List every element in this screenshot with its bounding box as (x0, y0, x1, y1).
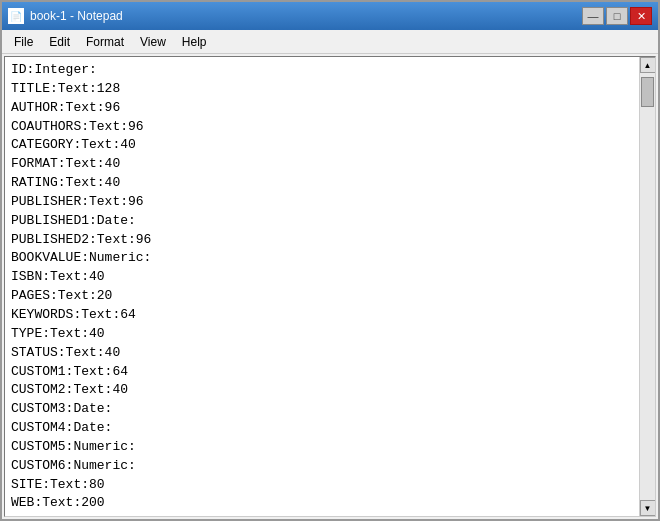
menu-help[interactable]: Help (174, 33, 215, 51)
menu-file[interactable]: File (6, 33, 41, 51)
title-bar-left: 📄 book-1 - Notepad (8, 8, 123, 24)
minimize-button[interactable]: — (582, 7, 604, 25)
scroll-track[interactable] (640, 73, 655, 500)
text-editor[interactable]: ID:Integer: TITLE:Text:128 AUTHOR:Text:9… (5, 57, 639, 516)
menu-edit[interactable]: Edit (41, 33, 78, 51)
app-icon: 📄 (8, 8, 24, 24)
close-button[interactable]: ✕ (630, 7, 652, 25)
menu-view[interactable]: View (132, 33, 174, 51)
maximize-button[interactable]: □ (606, 7, 628, 25)
menu-bar: File Edit Format View Help (2, 30, 658, 54)
scroll-thumb[interactable] (641, 77, 654, 107)
notepad-window: 📄 book-1 - Notepad — □ ✕ File Edit Forma… (0, 0, 660, 521)
vertical-scrollbar[interactable]: ▲ ▼ (639, 57, 655, 516)
title-bar: 📄 book-1 - Notepad — □ ✕ (2, 2, 658, 30)
window-controls: — □ ✕ (582, 7, 652, 25)
scroll-up-arrow[interactable]: ▲ (640, 57, 656, 73)
window-title: book-1 - Notepad (30, 9, 123, 23)
scroll-down-arrow[interactable]: ▼ (640, 500, 656, 516)
menu-format[interactable]: Format (78, 33, 132, 51)
content-area: ID:Integer: TITLE:Text:128 AUTHOR:Text:9… (4, 56, 656, 517)
